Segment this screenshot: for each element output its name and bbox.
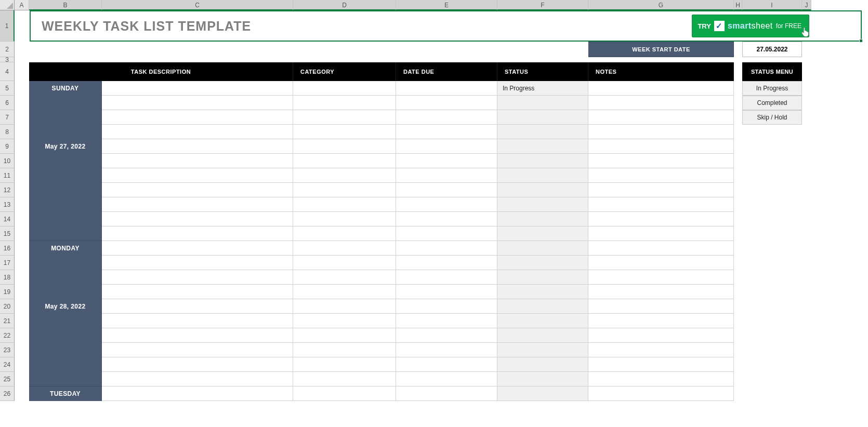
date-due-cell[interactable] — [396, 125, 497, 139]
task-description-cell[interactable] — [102, 125, 293, 139]
notes-cell[interactable] — [588, 139, 734, 154]
empty-cell[interactable] — [15, 212, 29, 226]
row-header[interactable]: 19 — [0, 285, 15, 299]
task-description-cell[interactable] — [102, 241, 293, 256]
empty-cell[interactable] — [15, 42, 588, 57]
status-menu-option[interactable]: Skip / Hold — [742, 110, 802, 125]
task-description-cell[interactable] — [102, 212, 293, 226]
status-cell[interactable] — [497, 168, 588, 183]
date-due-cell[interactable] — [396, 270, 497, 285]
status-cell[interactable] — [497, 357, 588, 372]
row-header[interactable]: 5 — [0, 81, 15, 96]
empty-cell[interactable] — [734, 343, 742, 357]
notes-cell[interactable] — [588, 96, 734, 110]
notes-cell[interactable] — [588, 270, 734, 285]
empty-cell[interactable] — [802, 139, 811, 154]
status-cell[interactable] — [497, 256, 588, 270]
date-due-cell[interactable] — [396, 372, 497, 386]
notes-cell[interactable] — [588, 256, 734, 270]
task-description-cell[interactable] — [102, 314, 293, 328]
row-header[interactable]: 15 — [0, 226, 15, 241]
status-cell[interactable] — [497, 241, 588, 256]
category-cell[interactable] — [293, 386, 396, 401]
date-due-cell[interactable] — [396, 357, 497, 372]
notes-cell[interactable] — [588, 241, 734, 256]
row-header[interactable]: 25 — [0, 372, 15, 386]
status-cell[interactable] — [497, 270, 588, 285]
empty-cell[interactable] — [734, 183, 742, 197]
empty-cell[interactable] — [742, 314, 802, 328]
date-due-cell[interactable] — [396, 168, 497, 183]
date-due-cell[interactable] — [396, 386, 497, 401]
row-header[interactable]: 3 — [0, 57, 15, 62]
empty-cell[interactable] — [734, 386, 742, 401]
status-cell[interactable] — [497, 154, 588, 168]
empty-cell[interactable] — [802, 62, 811, 81]
date-due-cell[interactable] — [396, 299, 497, 314]
date-due-cell[interactable] — [396, 241, 497, 256]
row-header[interactable]: 18 — [0, 270, 15, 285]
empty-cell[interactable] — [15, 125, 29, 139]
date-due-cell[interactable] — [396, 343, 497, 357]
row-header[interactable]: 10 — [0, 154, 15, 168]
notes-cell[interactable] — [588, 168, 734, 183]
empty-cell[interactable] — [734, 110, 742, 125]
column-header[interactable]: I — [742, 0, 802, 10]
empty-cell[interactable] — [15, 386, 29, 401]
empty-cell[interactable] — [15, 241, 29, 256]
notes-cell[interactable] — [588, 154, 734, 168]
empty-cell[interactable] — [802, 168, 811, 183]
task-description-cell[interactable] — [102, 154, 293, 168]
empty-cell[interactable] — [15, 357, 29, 372]
category-cell[interactable] — [293, 285, 396, 299]
notes-cell[interactable] — [588, 386, 734, 401]
notes-cell[interactable] — [588, 314, 734, 328]
empty-cell[interactable] — [742, 154, 802, 168]
empty-cell[interactable] — [802, 110, 811, 125]
category-cell[interactable] — [293, 139, 396, 154]
category-cell[interactable] — [293, 299, 396, 314]
date-due-cell[interactable] — [396, 81, 497, 96]
empty-cell[interactable] — [802, 81, 811, 96]
task-description-cell[interactable] — [102, 110, 293, 125]
row-header[interactable]: 20 — [0, 299, 15, 314]
task-description-cell[interactable] — [102, 96, 293, 110]
date-due-cell[interactable] — [396, 212, 497, 226]
row-header[interactable]: 1 — [0, 10, 15, 42]
task-description-cell[interactable] — [102, 285, 293, 299]
empty-cell[interactable] — [15, 226, 29, 241]
column-header[interactable]: A — [15, 0, 29, 10]
status-menu-option[interactable]: In Progress — [742, 81, 802, 96]
category-cell[interactable] — [293, 226, 396, 241]
notes-cell[interactable] — [588, 110, 734, 125]
date-due-cell[interactable] — [396, 139, 497, 154]
task-description-cell[interactable] — [102, 81, 293, 96]
task-description-cell[interactable] — [102, 299, 293, 314]
empty-cell[interactable] — [15, 299, 29, 314]
task-description-cell[interactable] — [102, 183, 293, 197]
empty-cell[interactable] — [734, 168, 742, 183]
empty-cell[interactable] — [802, 226, 811, 241]
row-header[interactable]: 9 — [0, 139, 15, 154]
column-header[interactable]: J — [802, 0, 811, 10]
date-due-cell[interactable] — [396, 154, 497, 168]
row-header[interactable]: 12 — [0, 183, 15, 197]
notes-cell[interactable] — [588, 357, 734, 372]
row-header[interactable]: 14 — [0, 212, 15, 226]
empty-cell[interactable] — [15, 139, 29, 154]
status-cell[interactable] — [497, 314, 588, 328]
empty-cell[interactable] — [15, 372, 29, 386]
empty-cell[interactable] — [15, 183, 29, 197]
empty-cell[interactable] — [15, 197, 29, 212]
category-cell[interactable] — [293, 328, 396, 343]
column-header[interactable]: G — [588, 0, 734, 10]
empty-cell[interactable] — [742, 357, 802, 372]
column-header[interactable]: C — [102, 0, 293, 10]
empty-cell[interactable] — [734, 241, 742, 256]
empty-cell[interactable] — [15, 62, 29, 81]
status-cell[interactable] — [497, 343, 588, 357]
category-cell[interactable] — [293, 183, 396, 197]
date-due-cell[interactable] — [396, 328, 497, 343]
category-cell[interactable] — [293, 81, 396, 96]
date-due-cell[interactable] — [396, 285, 497, 299]
